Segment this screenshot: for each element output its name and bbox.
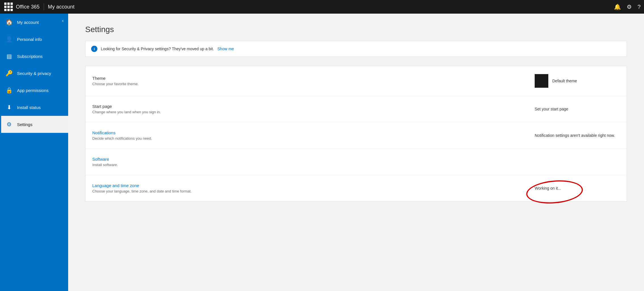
sidebar: ‹ 🏠 My account 👤 Personal info ▤ Subscri…: [0, 14, 68, 291]
settings-theme-desc: Choose your favorite theme.: [92, 82, 529, 86]
sidebar-item-security-privacy[interactable]: 🔑 Security & privacy: [0, 65, 68, 82]
sidebar-label-my-account: My account: [17, 20, 39, 25]
help-question-icon[interactable]: ?: [637, 4, 641, 10]
settings-notifications-title[interactable]: Notifications: [92, 130, 529, 135]
download-icon: ⬇: [6, 104, 12, 111]
home-icon: 🏠: [6, 19, 12, 26]
gear-icon: ⚙: [6, 121, 12, 128]
main-layout: ‹ 🏠 My account 👤 Personal info ▤ Subscri…: [0, 14, 644, 291]
sidebar-item-my-account[interactable]: 🏠 My account: [0, 14, 68, 31]
apps-grid-button[interactable]: [3, 2, 14, 12]
key-icon: 🔑: [6, 70, 12, 77]
red-circle-annotation: Working on it...: [535, 186, 561, 191]
page-title: Settings: [85, 25, 627, 34]
info-banner: i Looking for Security & Privacy setting…: [85, 41, 627, 57]
subscriptions-icon: ▤: [6, 53, 12, 60]
sidebar-label-personal-info: Personal info: [17, 37, 42, 42]
settings-row-left-software: Software Install software.: [92, 157, 529, 167]
lock-icon: 🔒: [6, 87, 12, 94]
settings-row-left-notifications: Notifications Decide which notifications…: [92, 130, 529, 141]
sidebar-label-security-privacy: Security & privacy: [17, 71, 51, 76]
sidebar-label-settings: Settings: [17, 122, 32, 127]
sidebar-item-subscriptions[interactable]: ▤ Subscriptions: [0, 48, 68, 65]
settings-row-notifications: Notifications Decide which notifications…: [85, 122, 627, 149]
settings-language-value: Working on it...: [535, 186, 561, 190]
show-me-link[interactable]: Show me: [218, 47, 234, 51]
topbar-actions: 🔔 ⚙ ?: [614, 3, 641, 10]
info-banner-text: Looking for Security & Privacy settings?…: [101, 47, 214, 51]
settings-theme-value: Default theme: [552, 79, 577, 83]
topbar-myaccount-label: My account: [48, 4, 75, 10]
notification-bell-icon[interactable]: 🔔: [614, 3, 621, 10]
theme-swatch[interactable]: [535, 74, 548, 88]
sidebar-label-app-permissions: App permissions: [17, 88, 49, 93]
settings-start-page-desc: Change where you land when you sign in.: [92, 110, 529, 114]
topbar: Office 365 My account 🔔 ⚙ ?: [0, 0, 644, 14]
main-content: Settings i Looking for Security & Privac…: [68, 14, 644, 291]
settings-language-title[interactable]: Language and time zone: [92, 183, 529, 188]
office-365-label[interactable]: Office 365: [16, 4, 40, 10]
settings-row-right-language: Working on it...: [535, 186, 620, 191]
settings-language-desc: Choose your language, time zone, and dat…: [92, 189, 529, 193]
settings-row-language-timezone: Language and time zone Choose your langu…: [85, 175, 627, 201]
sidebar-item-install-status[interactable]: ⬇ Install status: [0, 99, 68, 116]
settings-gear-icon[interactable]: ⚙: [627, 3, 632, 10]
red-circle-highlight: [525, 178, 584, 206]
sidebar-item-app-permissions[interactable]: 🔒 App permissions: [0, 82, 68, 99]
settings-theme-title: Theme: [92, 76, 529, 81]
sidebar-label-install-status: Install status: [17, 105, 41, 110]
info-icon: i: [91, 46, 97, 52]
settings-notifications-value: Notification settings aren't available r…: [535, 133, 615, 138]
settings-row-software: Software Install software.: [85, 149, 627, 175]
sidebar-label-subscriptions: Subscriptions: [17, 54, 43, 59]
settings-start-page-title: Start page: [92, 104, 529, 109]
settings-row-left-language: Language and time zone Choose your langu…: [92, 183, 529, 193]
apps-grid-icon: [4, 3, 13, 11]
settings-start-page-value: Set your start page: [535, 107, 568, 111]
settings-row-right-start-page: Set your start page: [535, 107, 620, 111]
person-icon: 👤: [6, 36, 12, 43]
settings-row-theme: Theme Choose your favorite theme. Defaul…: [85, 66, 627, 96]
settings-row-left-theme: Theme Choose your favorite theme.: [92, 76, 529, 86]
settings-row-left-start-page: Start page Change where you land when yo…: [92, 104, 529, 114]
settings-software-title[interactable]: Software: [92, 157, 529, 162]
settings-section: Theme Choose your favorite theme. Defaul…: [85, 66, 627, 202]
settings-notifications-desc: Decide which notifications you need.: [92, 136, 529, 141]
settings-software-desc: Install software.: [92, 163, 529, 167]
settings-row-right-notifications: Notification settings aren't available r…: [535, 133, 620, 138]
sidebar-item-settings[interactable]: ⚙ Settings: [0, 116, 68, 133]
settings-row-right-theme: Default theme: [535, 74, 620, 88]
topbar-divider: [44, 3, 44, 10]
sidebar-item-personal-info[interactable]: 👤 Personal info: [0, 31, 68, 48]
active-bar: [0, 116, 1, 133]
settings-row-start-page: Start page Change where you land when yo…: [85, 96, 627, 122]
